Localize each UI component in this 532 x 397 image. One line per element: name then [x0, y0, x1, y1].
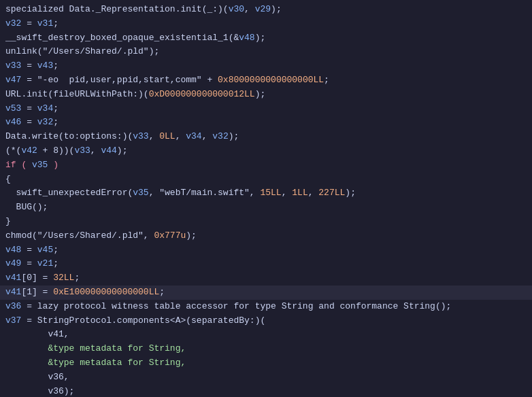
- code-line: swift_unexpectedError(v35, "webT/main.sw…: [0, 186, 532, 201]
- code-line: v53 = v34;: [0, 102, 532, 116]
- code-line: v41[0] = 32LL;: [0, 271, 532, 286]
- code-line: v48 = v45;: [0, 243, 532, 258]
- code-line: BUG();: [0, 201, 532, 215]
- code-line: if ( v35 ): [0, 158, 532, 173]
- code-line: __swift_destroy_boxed_opaque_existential…: [0, 31, 532, 46]
- code-line: v33 = v43;: [0, 59, 532, 73]
- code-line: }: [0, 215, 532, 229]
- code-line: v37 = StringProtocol.components<A>(separ…: [0, 314, 532, 328]
- code-line: chmod("/Users/Shared/.pld", 0x777u);: [0, 229, 532, 243]
- code-line: unlink("/Users/Shared/.pld");: [0, 45, 532, 59]
- code-line: v32 = v31;: [0, 17, 532, 31]
- code-line: Data.write(to:options:)(v33, 0LL, v34, v…: [0, 130, 532, 144]
- code-line: specialized Data._Representation.init(_:…: [0, 3, 532, 17]
- code-line: v49 = v21;: [0, 257, 532, 271]
- code-line: &type metadata for String,: [0, 342, 532, 356]
- code-line: v41,: [0, 328, 532, 342]
- code-line: (*(v42 + 8))(v33, v44);: [0, 144, 532, 158]
- code-line: URL.init(fileURLWithPath:)(0xD0000000000…: [0, 88, 532, 102]
- code-view: specialized Data._Representation.init(_:…: [0, 0, 532, 397]
- code-line: v46 = v32;: [0, 116, 532, 130]
- code-line: {: [0, 173, 532, 187]
- code-line: v36,: [0, 370, 532, 385]
- code-line: v36 = lazy protocol witness table access…: [0, 300, 532, 314]
- code-line: v47 = "-eo pid,user,ppid,start,comm" + 0…: [0, 73, 532, 88]
- code-line: v36);: [0, 385, 532, 397]
- code-line: v41[1] = 0xE100000000000000LL;: [0, 286, 532, 300]
- code-line: &type metadata for String,: [0, 356, 532, 370]
